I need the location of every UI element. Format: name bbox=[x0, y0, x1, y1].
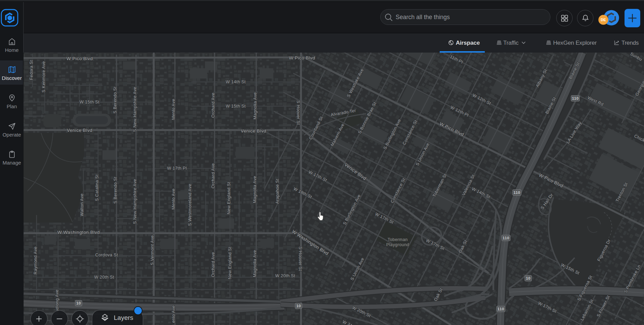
svg-text:W Pico Blvd: W Pico Blvd bbox=[66, 56, 93, 61]
svg-text:W Pico Blvd: W Pico Blvd bbox=[289, 55, 315, 60]
svg-text:Fedora St: Fedora St bbox=[29, 60, 34, 80]
svg-text:S New Hampshire Ave: S New Hampshire Ave bbox=[133, 87, 137, 132]
svg-text:Orchard Ave: Orchard Ave bbox=[211, 93, 216, 118]
svg-text:S Hoover St: S Hoover St bbox=[296, 100, 301, 125]
svg-text:Magnolia Ave: Magnolia Ave bbox=[252, 250, 257, 277]
svg-text:Raymond Ave: Raymond Ave bbox=[33, 246, 38, 274]
svg-text:110: 110 bbox=[503, 236, 509, 240]
svg-text:Menlo Ave: Menlo Ave bbox=[171, 99, 176, 120]
svg-text:110: 110 bbox=[572, 96, 579, 100]
svg-text:S Hoover St: S Hoover St bbox=[298, 246, 303, 271]
svg-text:enlo Ave: enlo Ave bbox=[171, 306, 176, 323]
svg-text:S Berendo St: S Berendo St bbox=[113, 176, 118, 203]
svg-text:W 14th St: W 14th St bbox=[226, 80, 246, 84]
svg-text:W 15th St: W 15th St bbox=[80, 100, 100, 104]
svg-text:Magnolia Ave: Magnolia Ave bbox=[252, 176, 257, 203]
svg-text:110: 110 bbox=[497, 307, 504, 311]
svg-text:Arapahoe St: Arapahoe St bbox=[275, 179, 280, 204]
svg-text:Cordova St: Cordova St bbox=[95, 253, 118, 257]
svg-text:New England St: New England St bbox=[227, 182, 231, 214]
svg-text:S Catalina St: S Catalina St bbox=[95, 174, 99, 201]
svg-text:DE: DE bbox=[601, 18, 606, 22]
svg-text:Magnolia Ave: Magnolia Ave bbox=[253, 92, 258, 119]
svg-text:10: 10 bbox=[526, 276, 531, 280]
svg-text:Venice Blvd: Venice Blvd bbox=[241, 128, 266, 133]
svg-text:Toberman: Toberman bbox=[388, 237, 408, 242]
svg-text:S Berendo St: S Berendo St bbox=[113, 86, 118, 113]
svg-text:W 20th St: W 20th St bbox=[275, 273, 296, 278]
svg-text:S Kenmore Ave: S Kenmore Ave bbox=[41, 61, 46, 93]
svg-text:W 17th Pl: W 17th Pl bbox=[167, 166, 187, 171]
svg-text:Walton Ave: Walton Ave bbox=[80, 194, 84, 216]
svg-text:S Westmoreland Ave: S Westmoreland Ave bbox=[188, 184, 192, 226]
svg-text:10: 10 bbox=[296, 304, 301, 308]
svg-text:110: 110 bbox=[513, 190, 520, 195]
svg-text:W 15th St: W 15th St bbox=[226, 104, 246, 109]
svg-text:Menlo Ave: Menlo Ave bbox=[171, 188, 176, 210]
svg-text:Playground: Playground bbox=[386, 242, 409, 247]
svg-text:New England St: New England St bbox=[228, 246, 232, 279]
svg-text:Orchard Ave: Orchard Ave bbox=[211, 163, 216, 188]
svg-text:W Washington Blvd: W Washington Blvd bbox=[57, 230, 100, 235]
svg-text:S New Hampshire Ave: S New Hampshire Ave bbox=[133, 179, 137, 224]
svg-text:W 20th St: W 20th St bbox=[94, 275, 114, 280]
svg-text:S Vermont Ave: S Vermont Ave bbox=[150, 235, 155, 265]
svg-text:10: 10 bbox=[76, 301, 81, 305]
svg-text:Orchard Ave: Orchard Ave bbox=[211, 252, 216, 277]
svg-text:Venice Blvd: Venice Blvd bbox=[67, 128, 93, 133]
